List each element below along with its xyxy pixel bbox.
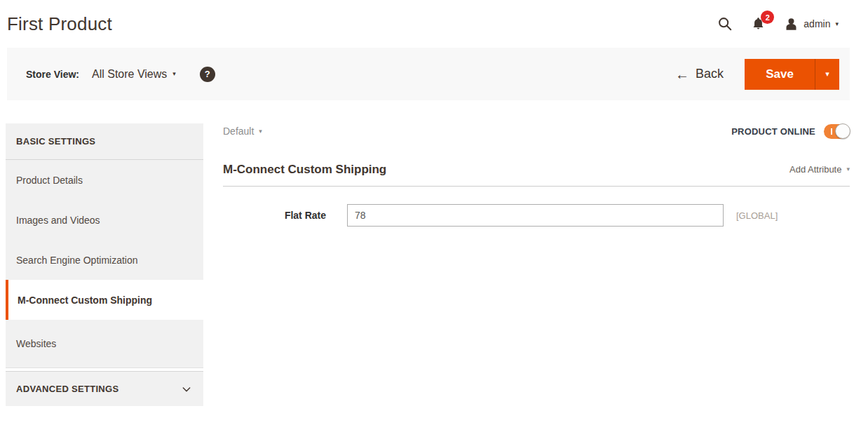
store-view-switcher[interactable]: All Store Views ▾	[92, 68, 176, 81]
save-options-arrow-button[interactable]: ▾	[815, 59, 839, 90]
store-view-value: All Store Views	[92, 68, 167, 81]
product-online-toggle[interactable]	[824, 124, 850, 139]
sidebar-item-websites[interactable]: Websites	[6, 320, 203, 367]
sidebar-item-label: Images and Videos	[16, 215, 100, 226]
page-title: First Product	[7, 13, 112, 35]
help-icon[interactable]: ?	[200, 67, 215, 82]
section-title: M-Connect Custom Shipping	[223, 163, 386, 177]
section-header-row: M-Connect Custom Shipping Add Attribute …	[223, 163, 850, 187]
chevron-down-icon: ▾	[835, 21, 839, 27]
chevron-down-icon: ▾	[172, 71, 176, 77]
sidebar-section-advanced-settings[interactable]: ADVANCED SETTINGS	[6, 371, 203, 406]
admin-username: admin	[803, 18, 830, 29]
settings-sidebar: BASIC SETTINGS Product Details Images an…	[6, 123, 203, 406]
store-view-label: Store View:	[26, 69, 79, 80]
sidebar-item-search-engine-optimization[interactable]: Search Engine Optimization	[6, 240, 203, 280]
toolbar-left: Store View: All Store Views ▾ ?	[26, 67, 215, 82]
sidebar-item-product-details[interactable]: Product Details	[6, 160, 203, 200]
sidebar-section-basic-settings: BASIC SETTINGS	[6, 123, 203, 160]
header-actions: 2 admin ▾	[717, 16, 839, 32]
sidebar-item-label: Websites	[16, 338, 56, 349]
search-icon[interactable]	[717, 16, 733, 32]
chevron-down-icon	[181, 384, 192, 395]
chevron-down-icon: ▾	[825, 70, 829, 78]
toggle-on-mark	[831, 128, 832, 135]
chevron-down-icon: ▾	[846, 166, 850, 173]
sidebar-item-label: M-Connect Custom Shipping	[18, 295, 152, 306]
flat-rate-field-row: Flat Rate [GLOBAL]	[223, 204, 850, 227]
user-avatar-icon	[784, 17, 799, 32]
main-panel: Default ▾ PRODUCT ONLINE M-Connect Custo…	[223, 123, 850, 227]
attribute-set-dropdown[interactable]: Default ▾	[223, 126, 262, 137]
chevron-down-icon: ▾	[259, 128, 262, 135]
admin-account-menu[interactable]: admin ▾	[784, 17, 839, 32]
notification-count-badge: 2	[761, 11, 774, 24]
field-scope-label: [GLOBAL]	[736, 210, 778, 221]
basic-settings-label: BASIC SETTINGS	[16, 136, 95, 147]
add-attribute-label: Add Attribute	[789, 164, 841, 175]
product-online-label: PRODUCT ONLINE	[731, 126, 815, 137]
product-online-group: PRODUCT ONLINE	[731, 124, 850, 139]
notifications-bell-icon[interactable]: 2	[751, 16, 766, 32]
store-view-toolbar: Store View: All Store Views ▾ ? ← Back S…	[7, 48, 850, 100]
save-split-button: Save ▾	[745, 59, 839, 90]
save-button[interactable]: Save	[745, 59, 815, 90]
flat-rate-label: Flat Rate	[223, 210, 347, 221]
attribute-set-value: Default	[223, 126, 254, 137]
sidebar-item-label: Product Details	[16, 175, 83, 186]
main-top-bar: Default ▾ PRODUCT ONLINE	[223, 123, 850, 139]
toolbar-right: ← Back Save ▾	[675, 59, 839, 90]
back-arrow-icon: ←	[675, 67, 689, 81]
sidebar-item-images-and-videos[interactable]: Images and Videos	[6, 200, 203, 240]
advanced-settings-label: ADVANCED SETTINGS	[16, 384, 118, 394]
back-label: Back	[696, 67, 724, 81]
sidebar-item-mconnect-custom-shipping[interactable]: M-Connect Custom Shipping	[6, 280, 203, 320]
add-attribute-button[interactable]: Add Attribute ▾	[789, 164, 850, 177]
content-area: BASIC SETTINGS Product Details Images an…	[6, 123, 850, 406]
toggle-knob	[835, 123, 850, 139]
page-header: First Product 2 admin ▾	[0, 0, 868, 48]
sidebar-item-label: Search Engine Optimization	[16, 255, 138, 266]
back-button[interactable]: ← Back	[675, 67, 724, 81]
flat-rate-input[interactable]	[347, 204, 724, 227]
